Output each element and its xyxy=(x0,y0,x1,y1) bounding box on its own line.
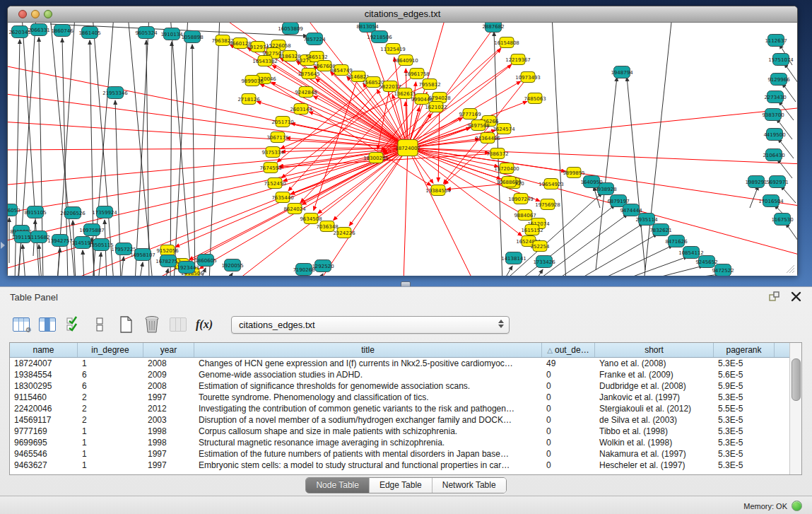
citation-edge-black[interactable] xyxy=(139,262,143,276)
hub-ray-edge[interactable] xyxy=(404,148,408,276)
citation-edge-red[interactable] xyxy=(377,86,390,149)
graph-node[interactable]: 20206526 xyxy=(60,207,86,219)
citation-edge-black[interactable] xyxy=(121,257,124,276)
graph-node[interactable]: 2516053 xyxy=(8,204,20,216)
citation-edge-black[interactable] xyxy=(777,159,792,178)
graph-node[interactable]: 19654923 xyxy=(539,179,564,189)
table-row[interactable]: 2242004622012Investigating the contribut… xyxy=(10,403,791,414)
graph-node[interactable]: 10975887 xyxy=(79,224,105,236)
graph-node[interactable]: 4419500 xyxy=(763,129,785,141)
citation-edge-black[interactable] xyxy=(637,266,703,276)
graph-node[interactable]: 15720400 xyxy=(494,163,519,174)
graph-node[interactable]: 1115682 xyxy=(28,231,49,243)
table-row[interactable]: 1938455462009Genome-wide association stu… xyxy=(10,369,791,380)
tab-edge-table[interactable]: Edge Table xyxy=(370,478,433,493)
citation-edge-black[interactable] xyxy=(98,252,101,276)
table-row[interactable]: 946362711997Embryonic stem cells: a mode… xyxy=(10,460,791,471)
citation-edge-black[interactable] xyxy=(317,274,323,276)
column-chooser-icon[interactable] xyxy=(38,315,57,334)
graph-node[interactable]: 21953346 xyxy=(102,87,128,99)
citation-edge-black[interactable] xyxy=(534,269,543,276)
table-row[interactable]: 911546021997Tourette syndrome. Phenomeno… xyxy=(10,392,791,403)
network-table-selector[interactable]: citations_edges.txt xyxy=(231,316,510,334)
table-row[interactable]: 946554611997Estimation of the future num… xyxy=(10,448,791,460)
column-header-title[interactable]: title xyxy=(194,343,542,357)
table-row[interactable]: 1872400712008Changes of HCN gene express… xyxy=(10,358,791,369)
citation-edge-black[interactable] xyxy=(39,245,42,276)
graph-node[interactable]: 2106430 xyxy=(763,149,784,161)
citation-edge-black[interactable] xyxy=(502,266,512,276)
graph-node[interactable]: 8624024 xyxy=(283,204,306,214)
table-row[interactable]: 977716911998Corpus callosum shape and si… xyxy=(10,426,791,437)
graph-node[interactable]: 1860605 xyxy=(194,255,216,267)
graph-node[interactable]: 18640910 xyxy=(393,55,418,66)
graph-node[interactable]: 2887682 xyxy=(482,23,504,33)
citation-edge-red[interactable] xyxy=(271,82,408,148)
citation-edge-black[interactable] xyxy=(83,250,84,276)
table-header-row[interactable]: namein_degreeyeartitle△out_de…shortpager… xyxy=(10,343,791,358)
network-canvas[interactable]: 1872400779638229660128891297415226058932… xyxy=(8,23,797,276)
graph-node[interactable]: 3624574 xyxy=(493,124,515,134)
citation-edge-black[interactable] xyxy=(227,273,233,276)
memory-ok-indicator[interactable] xyxy=(792,501,802,511)
graph-node[interactable]: 7485063 xyxy=(524,93,546,104)
graph-node[interactable]: 2718126 xyxy=(237,94,260,105)
graph-node[interactable]: 9605324 xyxy=(135,27,158,39)
table-body[interactable]: 1872400712008Changes of HCN gene express… xyxy=(10,358,791,471)
row-height-icon[interactable] xyxy=(90,315,109,334)
citation-edge-black[interactable] xyxy=(192,45,195,276)
column-header-out_de[interactable]: △out_de… xyxy=(542,343,595,357)
tab-network-table[interactable]: Network Table xyxy=(433,478,506,493)
citation-edge-black[interactable] xyxy=(23,245,25,276)
graph-node[interactable]: 1920055 xyxy=(221,259,243,271)
graph-node[interactable]: 1910134 xyxy=(160,28,183,40)
graph-node[interactable]: 1948794 xyxy=(611,66,633,78)
graph-node[interactable]: 9899895 xyxy=(563,168,584,178)
graph-node[interactable]: 21364486 xyxy=(475,133,500,144)
tab-node-table[interactable]: Node Table xyxy=(306,478,370,493)
graph-node[interactable]: 1733426 xyxy=(533,256,555,268)
graph-node[interactable]: 1292520 xyxy=(312,260,334,272)
citation-edge-black[interactable] xyxy=(627,77,645,270)
graph-node[interactable]: 9242848 xyxy=(295,87,317,98)
graph-node[interactable]: 11325419 xyxy=(380,44,406,54)
column-header-in_degree[interactable]: in_degree xyxy=(78,343,143,357)
citation-edge-black[interactable] xyxy=(786,223,797,240)
graph-node[interactable]: 18907249 xyxy=(508,194,534,204)
graph-node[interactable]: 1112637 xyxy=(765,35,787,47)
table-row[interactable]: 1830029562008Estimation of significance … xyxy=(10,380,791,392)
graph-node[interactable]: 2273430 xyxy=(764,91,786,103)
graph-node[interactable]: 1989291 xyxy=(745,176,767,188)
float-window-icon[interactable] xyxy=(768,291,780,303)
graph-node[interactable]: 17016504 xyxy=(758,195,784,207)
graph-node[interactable]: 9245652 xyxy=(695,256,717,268)
graph-node[interactable]: 12219367 xyxy=(505,54,531,65)
graph-node[interactable]: 19218506 xyxy=(367,31,392,43)
graph-node[interactable]: 16961758 xyxy=(404,69,430,79)
table-row[interactable]: 969969511998Structural magnetic resonanc… xyxy=(10,437,791,448)
graph-node[interactable]: 13942757 xyxy=(47,235,73,247)
graph-node[interactable]: 5692971 xyxy=(766,176,788,188)
graph-node[interactable]: 8915105 xyxy=(24,206,46,218)
window-resize-grip[interactable] xyxy=(785,264,795,274)
graph-node[interactable]: 252254 xyxy=(531,241,550,252)
close-panel-icon[interactable] xyxy=(790,291,802,303)
table-settings-icon[interactable]: ⚙ xyxy=(12,315,30,334)
delete-table-icon[interactable] xyxy=(143,315,161,334)
network-window-titlebar[interactable]: citations_edges.txt xyxy=(8,6,797,23)
graph-node[interactable]: 9383700 xyxy=(762,109,784,121)
graph-node[interactable]: 9472522 xyxy=(712,264,734,276)
citation-edge-black[interactable] xyxy=(573,234,657,276)
citation-edge-black[interactable] xyxy=(594,245,673,276)
column-header-pagerank[interactable]: pagerank xyxy=(714,343,775,357)
table-row[interactable]: 1456911722003Disruption of a novel membe… xyxy=(10,414,791,426)
scrollbar-thumb[interactable] xyxy=(792,358,801,401)
citation-edge-black[interactable] xyxy=(146,40,149,276)
graph-node[interactable]: 3875645 xyxy=(298,69,319,79)
graph-hub-node[interactable]: 18724007 xyxy=(395,140,420,156)
graph-node[interactable]: 2935114 xyxy=(635,214,658,226)
network-view-window[interactable]: citations_edges.txt 18724007796382296601… xyxy=(7,6,798,276)
expand-west-panel-handle[interactable] xyxy=(1,242,5,249)
column-header-name[interactable]: name xyxy=(10,343,78,357)
citation-edge-black[interactable] xyxy=(644,23,672,276)
